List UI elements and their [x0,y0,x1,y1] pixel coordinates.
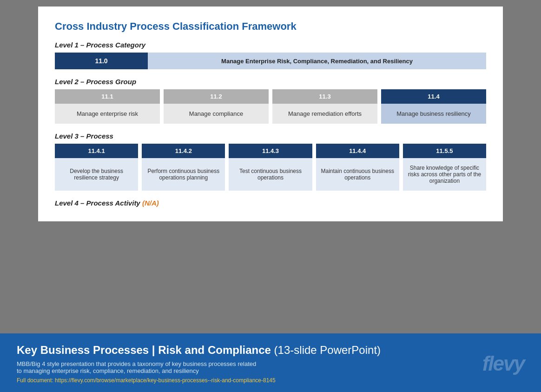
level2-item-3: 11.3 Manage remediation efforts [272,89,377,124]
level1-code: 11.0 [55,53,148,69]
level3-body-2: Perform continuous business operations p… [142,158,225,191]
level2-grid: 11.1 Manage enterprise risk 11.2 Manage … [55,89,486,124]
level2-body-1: Manage enterprise risk [55,104,160,124]
level2-item-2: 11.2 Manage compliance [164,89,269,124]
banner-title: Key Business Processes | Risk and Compli… [17,344,482,357]
level3-code-4: 11.4.4 [316,144,399,158]
level3-grid: 11.4.1 Develop the business resilience s… [55,144,486,191]
level2-code-1: 11.1 [55,89,160,104]
level3-code-3: 11.4.3 [229,144,312,158]
level4-row: Level 4 – Process Activity (N/A) [55,199,486,207]
bottom-banner: Key Business Processes | Risk and Compli… [0,333,541,392]
level3-code-2: 11.4.2 [142,144,225,158]
level2-body-4: Manage business resiliency [381,104,486,124]
level2-code-4: 11.4 [381,89,486,104]
banner-link[interactable]: Full document: https://flevy.com/browse/… [17,377,482,384]
level3-code-5: 11.5.5 [403,144,486,158]
banner-left: Key Business Processes | Risk and Compli… [17,344,482,384]
banner-description: MBB/Big 4 style presentation that provid… [17,360,333,374]
page-title: Cross Industry Process Classification Fr… [55,20,486,33]
flevy-logo: flevy [482,352,524,375]
level2-item-4: 11.4 Manage business resiliency [381,89,486,124]
level3-body-4: Maintain continuous business operations [316,158,399,191]
level1-label: Level 1 – Process Category [55,41,486,49]
level3-body-1: Develop the business resilience strategy [55,158,138,191]
level2-code-3: 11.3 [272,89,377,104]
banner-title-normal: (13-slide PowerPoint) [271,344,381,356]
level3-body-3: Test continuous business operations [229,158,312,191]
level2-code-2: 11.2 [164,89,269,104]
level3-body-5: Share knowledge of specific risks across… [403,158,486,191]
level3-item-1: 11.4.1 Develop the business resilience s… [55,144,138,191]
level3-item-3: 11.4.3 Test continuous business operatio… [229,144,312,191]
level4-na: (N/A) [142,199,159,207]
level2-label: Level 2 – Process Group [55,78,486,86]
level1-description: Manage Enterprise Risk, Compliance, Reme… [148,53,486,69]
level4-label: Level 4 – Process Activity [55,199,142,207]
level2-body-3: Manage remediation efforts [272,104,377,124]
level3-code-1: 11.4.1 [55,144,138,158]
level1-row: 11.0 Manage Enterprise Risk, Compliance,… [55,53,486,69]
level2-body-2: Manage compliance [164,104,269,124]
level3-item-5: 11.5.5 Share knowledge of specific risks… [403,144,486,191]
level2-item-1: 11.1 Manage enterprise risk [55,89,160,124]
level3-label: Level 3 – Process [55,132,486,140]
main-card: Cross Industry Process Classification Fr… [38,7,503,221]
level3-item-4: 11.4.4 Maintain continuous business oper… [316,144,399,191]
banner-title-bold: Key Business Processes | Risk and Compli… [17,344,271,356]
level3-item-2: 11.4.2 Perform continuous business opera… [142,144,225,191]
